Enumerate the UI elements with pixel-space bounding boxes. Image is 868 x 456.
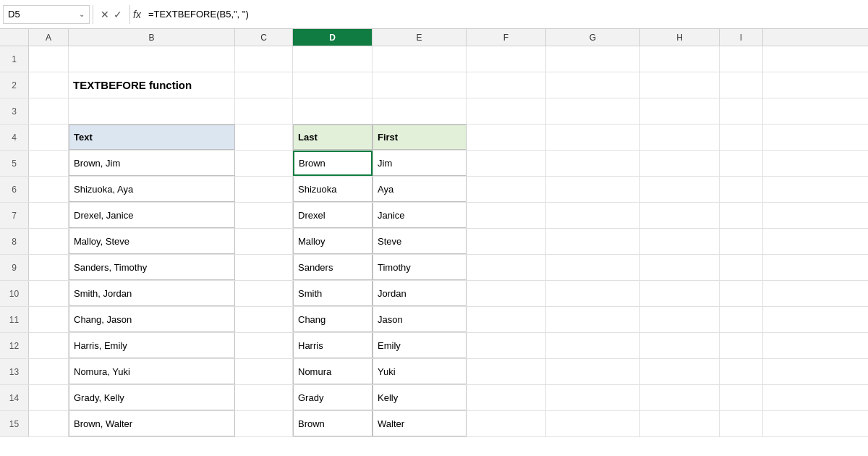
cell-c8[interactable]	[235, 229, 293, 254]
cell-g3[interactable]	[546, 98, 640, 124]
cell-b9[interactable]: Sanders, Timothy	[69, 255, 235, 280]
cell-g8[interactable]	[546, 229, 640, 254]
col-header-d[interactable]: D	[293, 29, 373, 46]
cell-d7[interactable]: Drexel	[293, 203, 373, 228]
cell-d6[interactable]: Shizuoka	[293, 177, 373, 202]
cell-i15[interactable]	[720, 411, 763, 436]
cell-e6[interactable]: Aya	[373, 177, 467, 202]
cell-c14[interactable]	[235, 385, 293, 410]
cell-h11[interactable]	[640, 307, 720, 332]
cell-e10[interactable]: Jordan	[373, 281, 467, 306]
cell-d15[interactable]: Brown	[293, 411, 373, 436]
cell-b1[interactable]	[69, 46, 235, 72]
cell-f2[interactable]	[467, 72, 546, 98]
cell-a1[interactable]	[29, 46, 69, 72]
cell-a8[interactable]	[29, 229, 69, 254]
col-header-b[interactable]: B	[69, 29, 235, 46]
cell-i7[interactable]	[720, 203, 763, 228]
cell-c5[interactable]	[235, 151, 293, 176]
cell-a10[interactable]	[29, 281, 69, 306]
cell-d3[interactable]	[293, 98, 373, 124]
cell-a2[interactable]	[29, 72, 69, 98]
cell-h5[interactable]	[640, 151, 720, 176]
cell-h7[interactable]	[640, 203, 720, 228]
cell-b5[interactable]: Brown, Jim	[69, 151, 235, 176]
cell-c4[interactable]	[235, 124, 293, 150]
cell-d14[interactable]: Grady	[293, 385, 373, 410]
cell-a9[interactable]	[29, 255, 69, 280]
cell-h13[interactable]	[640, 359, 720, 384]
cell-b11[interactable]: Chang, Jason	[69, 307, 235, 332]
cell-d1[interactable]	[293, 46, 373, 72]
cell-i5[interactable]	[720, 151, 763, 176]
cell-a15[interactable]	[29, 411, 69, 436]
cell-f7[interactable]	[467, 203, 546, 228]
cell-e13[interactable]: Yuki	[373, 359, 467, 384]
cell-c7[interactable]	[235, 203, 293, 228]
cancel-icon[interactable]: ✕	[101, 9, 109, 20]
cell-i13[interactable]	[720, 359, 763, 384]
cell-c12[interactable]	[235, 333, 293, 358]
col-header-e[interactable]: E	[373, 29, 467, 46]
col-header-c[interactable]: C	[235, 29, 293, 46]
cell-f6[interactable]	[467, 177, 546, 202]
cell-d9[interactable]: Sanders	[293, 255, 373, 280]
confirm-icon[interactable]: ✓	[114, 9, 122, 20]
cell-h3[interactable]	[640, 98, 720, 124]
cell-b8[interactable]: Malloy, Steve	[69, 229, 235, 254]
cell-a7[interactable]	[29, 203, 69, 228]
cell-f14[interactable]	[467, 385, 546, 410]
cell-h12[interactable]	[640, 333, 720, 358]
cell-f12[interactable]	[467, 333, 546, 358]
cell-c10[interactable]	[235, 281, 293, 306]
cell-i14[interactable]	[720, 385, 763, 410]
cell-d11[interactable]: Chang	[293, 307, 373, 332]
cell-b13[interactable]: Nomura, Yuki	[69, 359, 235, 384]
cell-i8[interactable]	[720, 229, 763, 254]
cell-f1[interactable]	[467, 46, 546, 72]
cell-f9[interactable]	[467, 255, 546, 280]
cell-a4[interactable]	[29, 124, 69, 150]
cell-i2[interactable]	[720, 72, 763, 98]
cell-f15[interactable]	[467, 411, 546, 436]
cell-c6[interactable]	[235, 177, 293, 202]
cell-h10[interactable]	[640, 281, 720, 306]
cell-c11[interactable]	[235, 307, 293, 332]
cell-a11[interactable]	[29, 307, 69, 332]
cell-e2[interactable]	[373, 72, 467, 98]
col-header-h[interactable]: H	[640, 29, 720, 46]
cell-g14[interactable]	[546, 385, 640, 410]
cell-b15[interactable]: Brown, Walter	[69, 411, 235, 436]
cell-b7[interactable]: Drexel, Janice	[69, 203, 235, 228]
cell-f5[interactable]	[467, 151, 546, 176]
cell-h9[interactable]	[640, 255, 720, 280]
col-header-a[interactable]: A	[29, 29, 69, 46]
cell-a14[interactable]	[29, 385, 69, 410]
cell-i3[interactable]	[720, 98, 763, 124]
cell-i11[interactable]	[720, 307, 763, 332]
cell-g6[interactable]	[546, 177, 640, 202]
cell-h8[interactable]	[640, 229, 720, 254]
cell-g15[interactable]	[546, 411, 640, 436]
cell-e7[interactable]: Janice	[373, 203, 467, 228]
cell-c15[interactable]	[235, 411, 293, 436]
cell-i10[interactable]	[720, 281, 763, 306]
cell-name-box[interactable]: D5 ⌄	[3, 5, 90, 24]
cell-b4[interactable]: Text	[69, 124, 235, 150]
cell-i9[interactable]	[720, 255, 763, 280]
cell-c2[interactable]	[235, 72, 293, 98]
cell-e8[interactable]: Steve	[373, 229, 467, 254]
cell-g2[interactable]	[546, 72, 640, 98]
cell-c3[interactable]	[235, 98, 293, 124]
cell-d13[interactable]: Nomura	[293, 359, 373, 384]
cell-a12[interactable]	[29, 333, 69, 358]
cell-b3[interactable]	[69, 98, 235, 124]
cell-b6[interactable]: Shizuoka, Aya	[69, 177, 235, 202]
cell-c9[interactable]	[235, 255, 293, 280]
cell-d5[interactable]: Brown	[293, 151, 373, 176]
col-header-f[interactable]: F	[467, 29, 546, 46]
cell-h14[interactable]	[640, 385, 720, 410]
cell-g1[interactable]	[546, 46, 640, 72]
cell-a5[interactable]	[29, 151, 69, 176]
cell-e3[interactable]	[373, 98, 467, 124]
